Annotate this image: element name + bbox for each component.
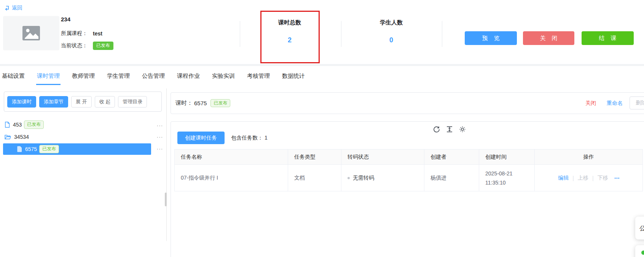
action-separator: | [592,175,594,181]
add-chapter-button[interactable]: 添加章节 [39,96,68,108]
tab-course-homework[interactable]: 课程作业 [171,66,206,86]
tab-announcement[interactable]: 公告管理 [136,66,171,86]
folder-open-icon [5,134,11,140]
cell-task-name: 07-指令级并行 I [174,165,288,191]
course-title: 234 [61,16,70,22]
stat-lesson-total-value: 2 [259,36,320,44]
tree-item-453[interactable]: 453 已发布 [0,119,164,130]
tree-item-6575-selected[interactable]: 6575 已发布 [3,143,151,155]
floating-announcement-button[interactable]: 公 [635,217,644,239]
task-count-label: 包含任务数： [231,135,263,141]
course-field-value: test [93,31,102,37]
tab-lesson-manage[interactable]: 课时管理 [31,66,66,86]
task-panel-card: 创建课时任务 包含任务数： 1 任务名称 任务类型 转码状态 创建者 创建时间 … [171,121,644,257]
floating-service-button[interactable] [635,245,644,257]
tree-item-more-icon[interactable]: ··· [155,122,164,128]
settings-gear-icon[interactable] [459,126,466,133]
move-down-action-link[interactable]: 下移 [597,175,609,182]
lesson-rename-link[interactable]: 重命名 [607,100,623,107]
create-task-button[interactable]: 创建课时任务 [177,132,225,144]
stat-student-count-value: 0 [361,36,422,44]
divider [341,21,341,47]
sidebar-toolbar: 添加课时 添加章节 展 开 收 起 管理目录 [4,92,162,112]
online-status-dot-icon [641,251,644,255]
move-up-action-link[interactable]: 上移 [577,175,589,182]
expand-all-button[interactable]: 展 开 [71,96,92,108]
document-icon [17,146,22,152]
collapse-all-button[interactable]: 收 起 [95,96,115,108]
more-actions-icon[interactable]: ⋯ [614,175,620,181]
col-task-name: 任务名称 [174,149,288,165]
preview-button[interactable]: 预 览 [465,31,517,45]
lesson-title-label: 课时： [175,100,193,107]
lesson-tree: 453 已发布 34534 6575 已发布 [0,119,164,155]
tab-assessment[interactable]: 考核管理 [241,66,276,86]
stat-lesson-total-label: 课时总数 [259,19,320,26]
task-table: 任务名称 任务类型 转码状态 创建者 创建时间 操作 07-指令级并行 I 文档… [174,149,643,191]
course-cover-placeholder [3,16,59,50]
published-badge: 已发布 [24,120,44,129]
status-badge: 已发布 [93,42,113,50]
add-lesson-button[interactable]: 添加课时 [7,96,36,108]
col-actions: 操作 [535,149,643,165]
tree-item-34534[interactable]: 34534 [0,131,164,143]
created-time: 11:35:10 [485,178,513,187]
floating-card-text: 公 [639,225,644,233]
col-task-type: 任务类型 [288,149,341,165]
scrollbar-thumb[interactable] [165,193,167,206]
stat-student-count-label: 学生人数 [361,19,422,26]
status-field-label: 当前状态： [61,42,88,49]
created-date: 2025-08-21 [485,169,513,178]
divider [442,21,442,47]
cell-created-time: 2025-08-21 11:35:10 [479,165,535,191]
published-badge: 已发布 [39,145,59,153]
back-label: 返回 [12,5,22,11]
edit-action-link[interactable]: 编辑 [557,175,569,182]
back-button[interactable]: 返回 [4,5,22,11]
end-course-button[interactable]: 结 课 [582,31,634,45]
cell-transcode-status: 无需转码 [341,165,424,191]
action-separator: | [572,175,574,181]
tree-item-label: 34534 [14,134,29,140]
back-icon [4,5,10,11]
tab-statistics[interactable]: 数据统计 [276,66,311,86]
course-field-row: 所属课程： test [61,30,102,37]
manage-catalog-button[interactable]: 管理目录 [118,96,147,108]
panel-divider [166,88,167,241]
cell-creator: 杨俱进 [424,165,479,191]
cell-task-type: 文档 [288,165,341,191]
course-field-label: 所属课程： [61,30,88,37]
col-created-time: 创建时间 [479,149,535,165]
divider [240,21,240,47]
lesson-close-link[interactable]: 关闭 [585,100,596,107]
table-row: 07-指令级并行 I 文档 无需转码 杨俱进 2025-08-21 11:35:… [174,165,643,191]
col-transcode-status: 转码状态 [341,149,424,165]
table-toolbar [433,126,466,133]
tree-item-more-icon[interactable]: ··· [155,134,164,140]
tree-item-more-icon[interactable]: ··· [155,146,164,152]
table-header-row: 任务名称 任务类型 转码状态 创建者 创建时间 操作 [174,149,643,165]
tab-experiment[interactable]: 实验实训 [206,66,241,86]
col-creator: 创建者 [424,149,479,165]
lesson-title-value: 6575 [194,100,207,106]
stat-student-count: 学生人数 0 [361,19,422,44]
lesson-status-badge: 已发布 [210,99,230,108]
tree-item-label: 6575 [25,146,37,152]
lesson-header-card: 课时： 6575 已发布 关闭 重命名 删除 [171,92,644,114]
task-count: 包含任务数： 1 [231,135,268,141]
transcode-status-text: 无需转码 [353,175,374,182]
tree-item-label: 453 [13,122,22,128]
status-dot-icon [348,177,350,179]
lesson-delete-button[interactable]: 删除 [630,96,644,109]
density-icon[interactable] [446,126,453,133]
status-field-row: 当前状态： 已发布 [61,42,113,50]
tab-teacher-manage[interactable]: 教师管理 [66,66,101,86]
cell-actions: 编辑 | 上移 | 下移 ⋯ [535,165,643,191]
tab-bar: 基础设置 课时管理 教师管理 学生管理 公告管理 课程作业 实验实训 考核管理 … [2,66,311,86]
close-course-button[interactable]: 关 闭 [523,31,574,45]
tab-student-manage[interactable]: 学生管理 [101,66,136,86]
task-count-value: 1 [265,135,268,141]
refresh-icon[interactable] [433,126,440,133]
course-management-page: 返回 234 所属课程： test 当前状态： 已发布 课时总数 2 学生人数 … [0,0,644,257]
tab-basic-settings[interactable]: 基础设置 [2,66,31,86]
